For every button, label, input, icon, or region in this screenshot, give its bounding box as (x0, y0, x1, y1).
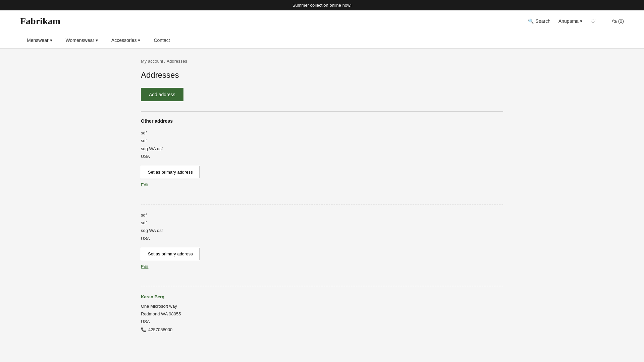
address-3-phone: 4257058000 (148, 326, 172, 334)
address-3-name: Karen Berg (141, 293, 503, 301)
add-address-button[interactable]: Add address (141, 88, 183, 101)
section-divider-top (141, 111, 503, 112)
nav-item-womenswear: Womenswear ▾ (59, 32, 105, 48)
search-label: Search (536, 18, 550, 24)
heart-icon: ♡ (590, 18, 596, 24)
main-nav: Menswear ▾ Womenswear ▾ Accessories ▾ (0, 32, 644, 49)
nav-link-menswear[interactable]: Menswear ▾ (20, 32, 59, 48)
address-2-line4: USA (141, 235, 503, 242)
nav-item-contact: Contact (147, 32, 176, 48)
address-1-line3: sdg WA dsf (141, 145, 503, 153)
nav-item-menswear: Menswear ▾ (20, 32, 59, 48)
address-3-phone-row: 📞 4257058000 (141, 326, 503, 334)
address-1-line4: USA (141, 153, 503, 160)
address-text-3: Karen Berg One Microsoft way Redmond WA … (141, 293, 503, 334)
search-icon: 🔍 (528, 18, 534, 24)
address-1-line2: sdf (141, 137, 503, 144)
phone-icon: 📞 (141, 326, 146, 334)
address-3-line1: One Microsoft way (141, 302, 503, 310)
address-2-line2: sdf (141, 219, 503, 227)
address-3-line2: Redmond WA 98055 (141, 310, 503, 318)
address-1-line1: sdf (141, 129, 503, 137)
wishlist-button[interactable]: ♡ (590, 17, 596, 25)
address-2-line1: sdf (141, 211, 503, 219)
chevron-down-icon: ▾ (580, 18, 582, 24)
nav-label-womenswear: Womenswear (66, 38, 94, 43)
set-primary-button-2[interactable]: Set as primary address (141, 248, 200, 260)
chevron-down-icon-accessories: ▾ (138, 38, 140, 43)
nav-link-accessories[interactable]: Accessories ▾ (105, 32, 147, 48)
set-primary-button-1[interactable]: Set as primary address (141, 166, 200, 178)
page-title: Addresses (141, 70, 503, 80)
nav-label-contact: Contact (154, 38, 170, 43)
main-content: My account / Addresses Addresses Add add… (121, 49, 523, 356)
address-2-line3: sdg WA dsf (141, 227, 503, 234)
cart-icon: 🛍 (612, 18, 617, 24)
other-address-label: Other address (141, 118, 503, 124)
breadcrumb: My account / Addresses (141, 59, 503, 64)
breadcrumb-current: Addresses (167, 59, 187, 64)
nav-item-accessories: Accessories ▾ (105, 32, 147, 48)
breadcrumb-my-account[interactable]: My account (141, 59, 163, 64)
address-text-1: sdf sdf sdg WA dsf USA (141, 129, 503, 161)
chevron-down-icon-menswear: ▾ (50, 38, 52, 43)
search-button[interactable]: 🔍 Search (528, 18, 550, 24)
user-name: Anupama (558, 18, 579, 24)
nav-label-menswear: Menswear (27, 38, 49, 43)
header-divider (604, 17, 604, 25)
address-card-1: sdf sdf sdg WA dsf USA Set as primary ad… (141, 129, 503, 201)
address-card-2: sdf sdf sdg WA dsf USA Set as primary ad… (141, 211, 503, 283)
nav-link-womenswear[interactable]: Womenswear ▾ (59, 32, 105, 48)
announcement-text: Summer collection online now! (292, 3, 352, 8)
address-text-2: sdf sdf sdg WA dsf USA (141, 211, 503, 243)
header-right: 🔍 Search Anupama ▾ ♡ 🛍 (0) (528, 17, 624, 25)
cart-count: (0) (618, 18, 624, 24)
chevron-down-icon-womenswear: ▾ (96, 38, 98, 43)
cart-button[interactable]: 🛍 (0) (612, 18, 624, 24)
announcement-bar: Summer collection online now! (0, 0, 644, 10)
address-separator-1 (141, 204, 503, 204)
edit-link-2[interactable]: Edit (141, 264, 503, 269)
logo[interactable]: Fabrikam (20, 16, 60, 26)
address-card-3: Karen Berg One Microsoft way Redmond WA … (141, 293, 503, 346)
address-separator-2 (141, 286, 503, 286)
address-3-line3: USA (141, 318, 503, 325)
header: Fabrikam 🔍 Search Anupama ▾ ♡ 🛍 (0) (0, 10, 644, 32)
nav-link-contact[interactable]: Contact (147, 32, 176, 48)
edit-link-1[interactable]: Edit (141, 182, 503, 187)
user-menu-button[interactable]: Anupama ▾ (558, 18, 582, 24)
nav-label-accessories: Accessories (111, 38, 137, 43)
